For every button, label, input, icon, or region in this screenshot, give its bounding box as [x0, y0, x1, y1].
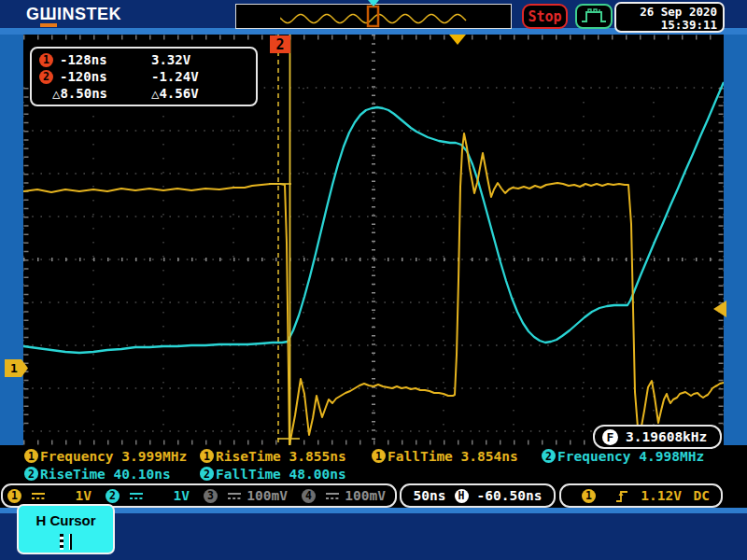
- cursor1-time: -128ns: [60, 52, 151, 67]
- ch1-settings[interactable]: 1 1V: [3, 488, 101, 503]
- cursor2-badge: 2: [39, 70, 53, 84]
- dc-coupling-icon: [128, 490, 145, 501]
- ch4-settings[interactable]: 4 100mV: [297, 488, 395, 503]
- ch1-badge: 1: [372, 449, 386, 463]
- trigger-level-marker[interactable]: [713, 301, 726, 317]
- time-text: 15:39:11: [616, 19, 717, 32]
- trigger-source-badge: 1: [582, 489, 596, 503]
- cursor1-volt: 3.32V: [151, 52, 190, 67]
- stop-label: Stop: [528, 8, 561, 25]
- acquisition-preview-bar[interactable]: [235, 4, 512, 29]
- trigger-settings-bar[interactable]: 1 1.12V DC: [559, 483, 723, 508]
- ch1-badge: 1: [200, 449, 214, 463]
- preview-waveform: [236, 5, 511, 28]
- cursor-delta-volt: △4.56V: [151, 86, 199, 101]
- meas-label: FallTime: [388, 449, 453, 464]
- pulse-mode-button[interactable]: [575, 4, 613, 29]
- meas-value: 3.999MHz: [121, 449, 187, 464]
- h-position-icon: H: [455, 489, 469, 503]
- date-text: 26 Sep 2020: [616, 6, 717, 19]
- trigger-coupling-value: DC: [694, 488, 710, 503]
- meas-value: 40.10ns: [114, 467, 171, 482]
- logo-g: G: [26, 5, 40, 23]
- meas-value: 4.998MHz: [639, 449, 704, 464]
- cursor2-label-box[interactable]: 2: [270, 35, 290, 53]
- trigger-frequency-value: 3.19608kHz: [626, 429, 707, 444]
- cursor-delta-time: △8.50ns: [52, 86, 151, 101]
- meas-label: RiseTime: [40, 467, 106, 482]
- ch2-scale: 1V: [174, 488, 190, 503]
- cursor2-volt: -1.24V: [151, 69, 199, 84]
- logo-w: Ш: [40, 5, 58, 27]
- cursor-delta-row: △8.50ns △4.56V: [39, 85, 248, 102]
- logo-rest: INSTEK: [57, 5, 121, 23]
- freq-counter-icon: F: [602, 429, 618, 445]
- ch2-badge: 2: [542, 449, 556, 463]
- trigger-frequency-box: F 3.19608kHz: [593, 425, 722, 449]
- rising-edge-icon: [614, 488, 629, 504]
- h-cursor-button[interactable]: H Cursor: [17, 504, 115, 554]
- ch3-settings[interactable]: 3 100mV: [199, 488, 297, 503]
- preview-trigger-indicator-icon: [368, 0, 379, 7]
- ch3-badge: 3: [204, 489, 218, 503]
- ch1-badge: 1: [7, 489, 21, 503]
- h-position-value: -60.50ns: [477, 488, 543, 503]
- meas-label: Frequency: [557, 449, 631, 464]
- ch2-badge: 2: [106, 489, 120, 503]
- timebase-bar[interactable]: 50ns H -60.50ns: [400, 483, 556, 508]
- meas-ch2-falltime: 2 FallTime 48.00ns: [200, 465, 346, 483]
- preview-sine-path: [281, 15, 466, 23]
- meas-ch2-frequency: 2 Frequency 4.998MHz: [542, 447, 704, 465]
- ch1-scale: 1V: [76, 488, 92, 503]
- gwinstek-logo: GШINSTEK: [26, 5, 121, 24]
- meas-ch2-risetime: 2 RiseTime 40.10ns: [24, 465, 171, 483]
- meas-label: FallTime: [216, 467, 281, 482]
- ch2-badge: 2: [24, 467, 38, 481]
- meas-ch1-risetime: 1 RiseTime 3.855ns: [200, 447, 346, 465]
- pulse-icon: [579, 7, 609, 26]
- dc-coupling-icon: [324, 490, 341, 501]
- ch4-badge: 4: [302, 489, 316, 503]
- ch1-trace: [23, 133, 724, 445]
- meas-ch1-falltime: 1 FallTime 3.854ns: [372, 447, 518, 465]
- ch4-scale: 100mV: [345, 488, 386, 503]
- ch1-badge: 1: [24, 449, 38, 463]
- h-cursor-icon: [56, 534, 77, 550]
- preview-window-marker[interactable]: [368, 7, 378, 26]
- meas-label: Frequency: [40, 449, 114, 464]
- trigger-position-marker[interactable]: [449, 35, 466, 45]
- datetime-display: 26 Sep 2020 15:39:11: [614, 2, 725, 33]
- cursor-readout-panel: 1 -128ns 3.32V 2 -120ns -1.24V △8.50ns △…: [30, 47, 258, 106]
- trigger-level-value: 1.12V: [641, 488, 682, 503]
- meas-ch1-frequency: 1 Frequency 3.999MHz: [24, 447, 187, 465]
- ch1-ground-label: 1: [10, 361, 18, 375]
- ch2-badge: 2: [200, 467, 214, 481]
- cursor-row-2: 2 -120ns -1.24V: [39, 68, 248, 85]
- dc-coupling-icon: [30, 490, 47, 501]
- cursor2-time: -120ns: [60, 69, 151, 84]
- meas-label: RiseTime: [216, 449, 281, 464]
- timebase-value: 50ns: [414, 488, 446, 503]
- meas-value: 48.00ns: [289, 467, 346, 482]
- cursor-row-1: 1 -128ns 3.32V: [39, 51, 248, 68]
- h-cursor-label: H Cursor: [19, 512, 113, 528]
- meas-value: 3.855ns: [289, 449, 346, 464]
- meas-value: 3.854ns: [461, 449, 518, 464]
- ch3-scale: 100mV: [247, 488, 288, 503]
- cursor1-badge: 1: [39, 53, 53, 67]
- stop-button[interactable]: Stop: [522, 4, 568, 29]
- cursor2-label: 2: [275, 36, 284, 53]
- dc-coupling-icon: [226, 490, 243, 501]
- ch2-settings[interactable]: 2 1V: [101, 488, 199, 503]
